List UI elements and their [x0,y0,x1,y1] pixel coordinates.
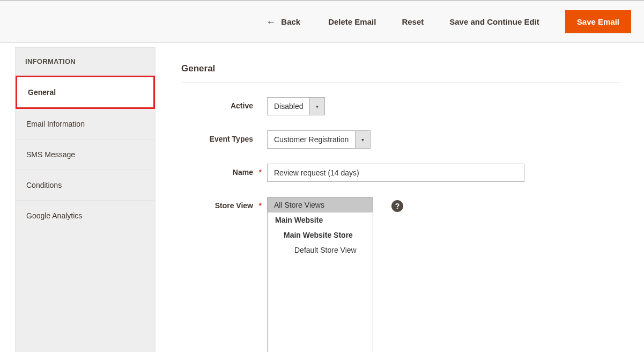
label-store-view: Store View [215,201,253,210]
help-icon[interactable]: ? [391,200,403,212]
form-row-store-view: Store View * All Store Views Main Websit… [181,197,621,352]
save-continue-button[interactable]: Save and Continue Edit [449,17,539,26]
label-active: Active [181,97,267,110]
sidebar-item-general[interactable]: General [16,76,155,109]
form-row-event-types: Event Types Customer Registration ▾ [181,130,621,149]
reset-button[interactable]: Reset [402,17,424,26]
event-types-select[interactable]: Customer Registration ▾ [267,130,371,149]
form-row-active: Active Disabled ▾ [181,97,621,115]
sidebar-item-label: Email Information [26,120,85,128]
sidebar-item-google-analytics[interactable]: Google Analytics [16,201,155,231]
chevron-down-icon: ▾ [355,131,370,148]
top-action-bar: ← Back Delete Email Reset Save and Conti… [0,0,644,43]
delete-email-button[interactable]: Delete Email [328,17,376,26]
sidebar-information: INFORMATION General Email Information SM… [15,47,156,352]
sidebar-item-label: Google Analytics [26,211,82,220]
chevron-down-icon: ▾ [309,98,324,115]
label-name: Name [233,168,253,177]
sidebar-header: INFORMATION [16,48,155,76]
active-select[interactable]: Disabled ▾ [267,97,325,115]
sidebar-item-label: SMS Message [26,150,75,159]
sidebar-item-email-information[interactable]: Email Information [16,109,155,140]
event-types-select-value: Customer Registration [268,131,355,148]
save-email-button[interactable]: Save Email [565,10,631,33]
form-row-name: Name * [181,164,621,182]
required-star-icon: * [259,168,262,177]
sidebar-item-sms-message[interactable]: SMS Message [16,140,155,170]
section-heading: General [181,63,621,83]
sidebar-item-conditions[interactable]: Conditions [16,170,155,201]
store-view-multiselect[interactable]: All Store Views Main Website Main Websit… [267,197,373,352]
required-star-icon: * [259,201,262,210]
store-view-option-main-website-store[interactable]: Main Website Store [268,228,373,243]
arrow-left-icon: ← [266,17,276,27]
form-general-section: General Active Disabled ▾ Event Types Cu… [181,47,621,352]
label-event-types: Event Types [181,130,267,143]
back-button-label: Back [281,17,300,26]
back-button[interactable]: ← Back [266,17,300,27]
sidebar-item-label: General [28,88,56,97]
store-view-option-main-website[interactable]: Main Website [268,212,373,228]
store-view-option-default-store-view[interactable]: Default Store View [268,243,373,258]
sidebar-item-label: Conditions [26,181,62,189]
name-input[interactable] [267,164,524,182]
store-view-option-all[interactable]: All Store Views [268,197,373,212]
active-select-value: Disabled [268,98,309,115]
